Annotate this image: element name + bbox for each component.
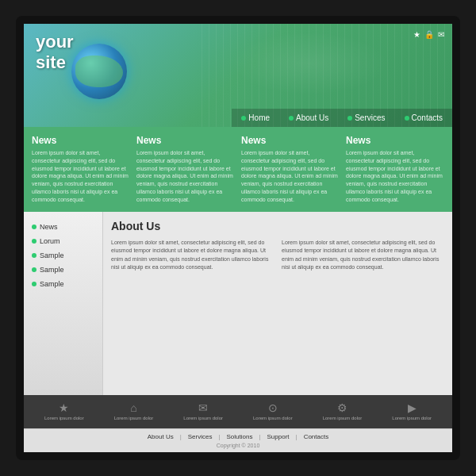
- star-icon: ★: [413, 30, 420, 39]
- icon-item-3: ⊙ Lorem ipsum dolor: [240, 401, 305, 422]
- sidebar-item-sample2[interactable]: Sample: [30, 263, 96, 277]
- nav-dot: [347, 116, 352, 121]
- bullet-icon: [32, 282, 36, 286]
- footer: About Us | Services | Solutions | Suppor…: [24, 428, 452, 452]
- nav-dot: [405, 116, 409, 121]
- nav-item-contacts[interactable]: Contacts: [395, 109, 452, 127]
- footer-link-solutions[interactable]: Solutions: [227, 433, 253, 440]
- sidebar-item-lorum[interactable]: Lorum: [30, 234, 96, 248]
- footer-sep: |: [180, 433, 182, 440]
- header-icons: ★ 🔒 ✉: [413, 30, 444, 39]
- icon-item-1: ⌂ Lorem ipsum dolor: [102, 401, 167, 422]
- bullet-icon: [32, 267, 36, 272]
- icon-item-0: ★ Lorem ipsum dolor: [32, 401, 97, 422]
- header: your site ★ 🔒 ✉ Home About Us: [24, 24, 452, 127]
- sidebar-item-news[interactable]: News: [30, 220, 96, 234]
- icons-row: ★ Lorem ipsum dolor ⌂ Lorem ipsum dolor …: [24, 395, 452, 428]
- page-title: About Us: [111, 220, 444, 232]
- nav-dot: [289, 116, 294, 121]
- clock-icon: ⊙: [267, 401, 279, 414]
- copyright-text: Copyright © 2010: [32, 443, 444, 448]
- icon-item-4: ⚙ Lorem ipsum dolor: [310, 401, 375, 422]
- bullet-icon: [32, 239, 36, 244]
- nav-item-home[interactable]: Home: [232, 109, 279, 127]
- footer-link-contacts[interactable]: Contacts: [304, 433, 329, 440]
- home-icon: ⌂: [128, 401, 140, 414]
- website: your site ★ 🔒 ✉ Home About Us: [24, 24, 452, 452]
- globe-graphic: [71, 44, 127, 99]
- play-icon: ▶: [405, 401, 418, 414]
- sidebar: News Lorum Sample Sample Sample: [24, 212, 103, 396]
- bullet-icon: [32, 225, 36, 229]
- content-columns: Lorem ipsum dolor sit amet, consectetur …: [111, 239, 444, 272]
- mail-icon: ✉: [438, 30, 444, 39]
- content-col-2: Lorem ipsum dolor sit amet, consectetur …: [282, 239, 444, 272]
- footer-sep: |: [296, 433, 298, 440]
- sidebar-item-sample1[interactable]: Sample: [30, 248, 96, 263]
- main-nav: Home About Us Services Contacts: [232, 109, 452, 127]
- main-content: About Us Lorem ipsum dolor sit amet, con…: [103, 212, 452, 396]
- bullet-icon: [32, 253, 36, 258]
- star-icon: ★: [58, 401, 71, 414]
- site-logo: your site: [36, 32, 74, 74]
- news-col-1: News Lorem ipsum dolor sit amet, consect…: [32, 135, 130, 204]
- envelope-icon: ✉: [197, 401, 209, 414]
- news-section: News Lorem ipsum dolor sit amet, consect…: [24, 127, 452, 212]
- footer-link-about[interactable]: About Us: [148, 433, 174, 440]
- news-col-4: News Lorem ipsum dolor sit amet, consect…: [346, 135, 444, 204]
- news-col-2: News Lorem ipsum dolor sit amet, consect…: [136, 135, 235, 204]
- footer-link-support[interactable]: Support: [267, 433, 290, 440]
- content-section: News Lorum Sample Sample Sample: [24, 212, 452, 396]
- nav-item-about[interactable]: About Us: [279, 109, 338, 127]
- footer-links: About Us | Services | Solutions | Suppor…: [32, 433, 444, 440]
- icon-item-2: ✉ Lorem ipsum dolor: [171, 401, 236, 422]
- footer-sep: |: [259, 433, 260, 440]
- footer-link-services[interactable]: Services: [188, 433, 213, 440]
- monitor: your site ★ 🔒 ✉ Home About Us: [16, 16, 460, 460]
- world-map-graphic: [230, 32, 389, 95]
- icon-item-5: ▶ Lorem ipsum dolor: [379, 401, 444, 422]
- news-col-3: News Lorem ipsum dolor sit amet, consect…: [241, 135, 340, 204]
- footer-sep: |: [218, 433, 220, 440]
- nav-dot: [241, 116, 246, 121]
- lock-icon: 🔒: [424, 30, 434, 39]
- nav-item-services[interactable]: Services: [338, 109, 394, 127]
- gear-icon: ⚙: [336, 401, 349, 414]
- sidebar-item-sample3[interactable]: Sample: [30, 277, 96, 291]
- content-col-1: Lorem ipsum dolor sit amet, consectetur …: [111, 239, 274, 272]
